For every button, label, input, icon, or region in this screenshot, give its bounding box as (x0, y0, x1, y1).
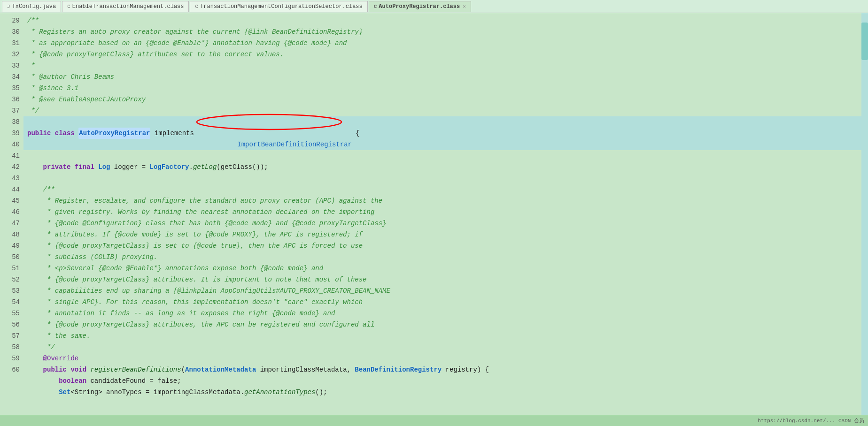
scrollbar-container[interactable] (861, 13, 868, 415)
line-numbers: 29 30 31 32 33 34 35 36 37 38 39 40 41 4… (0, 13, 23, 415)
svg-point-0 (197, 114, 341, 129)
line-num-41: 41 (6, 150, 20, 161)
code-line-35: * @since 3.1 (23, 83, 868, 94)
code-interface: ImportBeanDefinitionRegistrar (237, 141, 352, 148)
code-text: <String> annoTypes = importingClassMetad… (70, 387, 244, 398)
line-num-44: 44 (6, 184, 20, 195)
code-text (27, 161, 43, 173)
line-num-42: 42 (6, 161, 20, 173)
code-line-30: * Registers an auto proxy creator agains… (23, 26, 868, 38)
tab-label-txconfig: TxConfig.java (12, 3, 56, 10)
code-text: (); (315, 387, 327, 398)
line-num-36: 36 (6, 94, 20, 105)
line-num-31: 31 (6, 38, 20, 49)
code-text (27, 387, 59, 398)
code-text: * <p>Several {@code @Enable*} annotation… (27, 263, 323, 274)
tab-icon-enabletx: C (67, 4, 70, 9)
tab-label-enabletx: EnableTransactionManagement.class (72, 3, 184, 10)
code-keyword-void: void (70, 364, 90, 375)
line-num-60: 60 (6, 364, 20, 375)
line-num-35: 35 (6, 83, 20, 94)
line-num-52: 52 (6, 274, 20, 285)
code-text: * {@code proxyTargetClass} is set to {@c… (27, 240, 363, 251)
code-text: * single APC}. For this reason, this imp… (27, 297, 363, 308)
code-line-60: Set<String> annoTypes = importingClassMe… (23, 387, 868, 398)
code-text: * capabilities end up sharing a {@linkpl… (27, 285, 390, 297)
code-text: candidateFound = false; (90, 375, 181, 387)
code-annotation: @Override (43, 353, 79, 364)
code-line-54: * {@code proxyTargetClass} attributes, t… (23, 319, 868, 330)
line-num-29: 29 (6, 15, 20, 26)
code-text: * (27, 60, 35, 71)
code-text: * {@code proxyTargetClass} attributes, t… (27, 319, 374, 330)
line-num-59: 59 (6, 353, 20, 364)
code-type-logfactory: LogFactory (149, 161, 189, 173)
code-interface-oval: ImportBeanDefinitionRegistrar (198, 116, 352, 150)
tab-icon-txconfig: J (7, 4, 10, 9)
code-text: registry) { (442, 364, 489, 375)
code-line-45: * {@code @Configuration} class that has … (23, 218, 868, 229)
code-line-52: * single APC}. For this reason, this imp… (23, 297, 868, 308)
line-num-32: 32 (6, 49, 20, 60)
code-line-47: * {@code proxyTargetClass} is set to {@c… (23, 240, 868, 251)
scrollbar-thumb[interactable] (861, 23, 868, 60)
code-line-53: * annotation it finds -- as long as it e… (23, 308, 868, 319)
tab-label-autoproxy: AutoProxyRegistrar.class (379, 3, 460, 10)
code-line-42: /** (23, 184, 868, 195)
tab-enabletx[interactable]: C EnableTransactionManagement.class (62, 1, 189, 12)
line-num-47: 47 (6, 218, 20, 229)
line-num-30: 30 (6, 26, 20, 38)
code-line-55: * the same. (23, 330, 868, 342)
code-text: (getClass()); (217, 161, 268, 173)
tab-bar: J TxConfig.java C EnableTransactionManag… (0, 0, 868, 13)
code-line-31: * as appropriate based on an {@code @Ena… (23, 38, 868, 49)
code-text: implements (150, 128, 198, 139)
code-keyword-class: class (55, 128, 78, 139)
code-text (27, 375, 59, 387)
line-num-58: 58 (6, 342, 20, 353)
line-num-34: 34 (6, 71, 20, 83)
line-num-49: 49 (6, 240, 20, 251)
code-line-34: * @author Chris Beams (23, 71, 868, 83)
tab-txconfig[interactable]: J TxConfig.java (2, 1, 61, 12)
code-text: */ (27, 342, 55, 353)
code-text: * @since 3.1 (27, 83, 78, 94)
code-line-48: * subclass (CGLIB) proxying. (23, 251, 868, 263)
code-line-46: * attributes. If {@code mode} is set to … (23, 229, 868, 240)
code-method-getannotypes: getAnnotationTypes (244, 387, 315, 398)
code-line-36: * @see EnableAspectJAutoProxy (23, 94, 868, 105)
code-type-bdr: BeanDefinitionRegistry (355, 364, 442, 375)
code-text: * attributes. If {@code mode} is set to … (27, 229, 363, 240)
code-line-59: boolean candidateFound = false; (23, 375, 868, 387)
line-num-54: 54 (6, 297, 20, 308)
line-num-53: 53 (6, 285, 20, 297)
code-line-40: private final Log logger = LogFactory.ge… (23, 161, 868, 173)
code-text: /** (27, 184, 55, 195)
tab-autoproxy[interactable]: C AutoProxyRegistrar.class ✕ (369, 1, 471, 12)
tab-icon-txselector: C (195, 4, 198, 9)
code-text: * subclass (CGLIB) proxying. (27, 251, 157, 263)
tab-txselector[interactable]: C TransactionManagementConfigurationSele… (190, 1, 367, 12)
line-num-56: 56 (6, 319, 20, 330)
close-icon[interactable]: ✕ (463, 3, 466, 9)
code-text: . (189, 161, 193, 173)
bottom-bar: https://blog.csdn.net/... CSDN 会员 (0, 415, 868, 426)
line-num-33: 33 (6, 60, 20, 71)
line-num-51: 51 (6, 263, 20, 274)
code-text (27, 364, 43, 375)
code-type-annotation: AnnotationMetadata (185, 364, 256, 375)
code-line-43: * Register, escalate, and configure the … (23, 195, 868, 206)
code-type-set: Set (59, 387, 70, 398)
code-text: * {@code proxyTargetClass} attributes. I… (27, 274, 367, 285)
code-text (27, 173, 31, 184)
code-keyword-private: private (43, 161, 75, 173)
code-line-29: /** (23, 15, 868, 26)
line-num-50: 50 (6, 251, 20, 263)
code-text: importingClassMetadata, (256, 364, 355, 375)
code-text: * Registers an auto proxy creator agains… (27, 26, 363, 38)
editor-area: 29 30 31 32 33 34 35 36 37 38 39 40 41 4… (0, 13, 868, 415)
code-text: * given registry. Works by finding the n… (27, 206, 374, 218)
code-text: ( (181, 364, 185, 375)
tab-icon-autoproxy: C (374, 4, 377, 9)
line-num-37: 37 (6, 105, 20, 116)
